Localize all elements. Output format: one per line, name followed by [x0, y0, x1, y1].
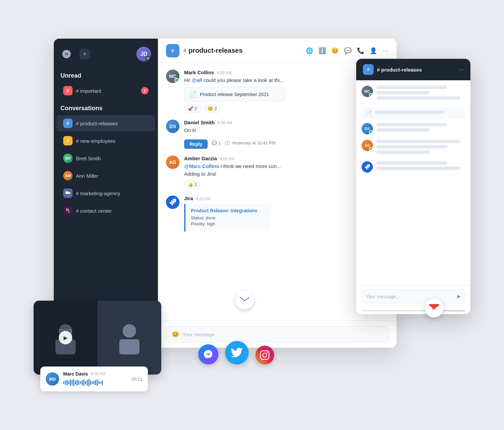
instagram-icon[interactable]: [255, 346, 274, 364]
message-input[interactable]: Your message...: [182, 332, 383, 337]
channel-item-marketing-agency[interactable]: # marketing-agency: [56, 185, 155, 201]
message-input-box[interactable]: 😊 Your message...: [166, 326, 388, 342]
important-channel-name: # important: [76, 88, 138, 94]
message-amber-garzia: AG Amber Garzia 9:09 AM @Marc Collins I …: [166, 156, 388, 189]
jira-time: 9:10 AM: [196, 197, 211, 201]
wave-bar-14: [85, 381, 86, 384]
new-employees-icon: #: [63, 136, 73, 145]
channel-hash: #: [183, 48, 186, 54]
gmail-icon[interactable]: [235, 291, 254, 309]
reply-count: 💬 1: [212, 140, 221, 145]
svg-rect-2: [66, 191, 69, 194]
loading-line-3b: [376, 145, 447, 148]
svg-point-1: [66, 56, 67, 57]
floating-input-box[interactable]: Your message... ➤: [362, 290, 465, 303]
more-options-icon[interactable]: ⋯: [382, 47, 388, 54]
channel-name-header: product-releases: [188, 47, 243, 54]
wave-bar-24: [102, 380, 103, 385]
reaction-thumbsup[interactable]: 👍 2: [184, 180, 201, 189]
amber-garzia-time: 9:09 AM: [220, 157, 235, 161]
hashtag-icon: #: [67, 88, 69, 93]
floating-more-icon[interactable]: ⋯: [458, 67, 464, 73]
info-icon[interactable]: ℹ️: [319, 47, 326, 54]
voice-message-time: 9:09 AM: [91, 372, 106, 376]
voice-sender-avatar: MD: [46, 372, 59, 386]
hash-icon: #: [67, 121, 69, 126]
floating-msg-2-content: [376, 123, 465, 134]
floating-input-area: Your message... ➤: [356, 285, 470, 307]
svg-point-13: [123, 324, 136, 338]
attachment-card[interactable]: 📄 Product release September 2021: [184, 87, 285, 102]
wave-bar-8: [75, 381, 76, 385]
floating-channel-icon: #: [363, 64, 374, 75]
loading-line-1c: [376, 96, 461, 100]
chat-channel-icon: #: [166, 44, 179, 57]
document-icon: 📄: [189, 91, 197, 98]
message-bubble-icon[interactable]: 💬: [344, 47, 351, 54]
svg-rect-6: [68, 209, 69, 211]
reply-button[interactable]: Reply: [184, 139, 208, 149]
person-silhouette-2: [97, 301, 161, 375]
sidebar-header: + JD: [54, 39, 158, 67]
floating-msg-4: [362, 161, 465, 173]
important-channel-icon: #: [63, 86, 73, 95]
floating-attachment-content: [375, 111, 461, 116]
loading-line-3c: [376, 150, 429, 154]
reply-time: 🕐 Yesterday at 10:41 PM: [225, 140, 276, 145]
floating-msg-3-content: [376, 140, 465, 156]
voice-sender-name: Marc Davis: [63, 371, 88, 377]
unread-section-label: Unread: [54, 67, 158, 82]
wave-bar-13: [83, 379, 84, 386]
loading-line-4a: [376, 161, 447, 165]
channel-item-new-employees[interactable]: # # new-employees: [56, 133, 155, 149]
floating-msg-1-content: [376, 86, 465, 102]
globe-icon[interactable]: 🌐: [306, 47, 313, 54]
compose-button[interactable]: +: [79, 49, 90, 59]
wave-bar-9: [77, 380, 78, 386]
twitter-icon[interactable]: [225, 341, 249, 364]
channel-item-product-releases[interactable]: # # product-releases: [56, 115, 155, 131]
wave-bar-2: [65, 380, 66, 385]
hash-icon-2: #: [67, 138, 69, 143]
channel-item-brett-smith[interactable]: BS Brett Smith: [56, 150, 155, 166]
channel-item-contact-center[interactable]: # contact center: [56, 203, 155, 219]
bubble-icon: 💬: [212, 140, 217, 145]
hash-symbol: #: [171, 48, 174, 53]
floating-attachment: 📄: [362, 107, 465, 119]
channel-item-important[interactable]: # # important 2: [56, 83, 155, 99]
floating-avatar-4: [362, 161, 373, 173]
brett-smith-avatar: BS: [63, 154, 73, 163]
wave-bar-22: [98, 381, 99, 384]
loading-line-1a: [376, 86, 447, 89]
phone-icon[interactable]: 📞: [357, 47, 364, 54]
wave-bar-21: [97, 379, 98, 386]
svg-rect-3: [68, 192, 70, 194]
floating-avatar-1: MC: [362, 86, 373, 97]
jira-card: Product Release: Integrations Status: do…: [184, 204, 271, 231]
loading-line-2b: [376, 128, 429, 132]
ann-miller-name: Ann Miller: [76, 173, 149, 179]
messenger-icon[interactable]: [198, 344, 218, 364]
reaction-smile[interactable]: 😊 2: [204, 104, 220, 113]
svg-rect-14: [119, 339, 139, 354]
play-button[interactable]: ▶: [59, 331, 72, 344]
channel-item-ann-miller[interactable]: AM Ann Miller: [56, 168, 155, 184]
emoji-picker-icon[interactable]: 😊: [172, 331, 179, 338]
loading-line-4b: [376, 167, 461, 170]
floating-scrollbar: [362, 310, 465, 311]
wave-bar-3: [67, 380, 68, 386]
gmail-floating-icon[interactable]: M: [425, 299, 444, 317]
floating-window: # # product-releases ⋯ MC 📄: [356, 59, 470, 314]
floating-input[interactable]: Your message...: [366, 294, 456, 299]
message-input-area: 😊 Your message...: [158, 320, 396, 348]
reaction-rocket[interactable]: 🚀 2: [184, 104, 201, 113]
chat-title: # product-releases: [183, 47, 243, 54]
person-icon[interactable]: 👤: [370, 47, 377, 54]
floating-send-icon[interactable]: ➤: [456, 293, 461, 300]
social-floating-icons: [198, 341, 274, 364]
user-avatar[interactable]: JD: [136, 47, 151, 61]
wave-bar-15: [87, 380, 88, 386]
emoji-reactions-icon[interactable]: 😊: [331, 47, 339, 54]
floating-header: # # product-releases ⋯: [356, 59, 470, 80]
video-cell-2: [97, 301, 161, 375]
